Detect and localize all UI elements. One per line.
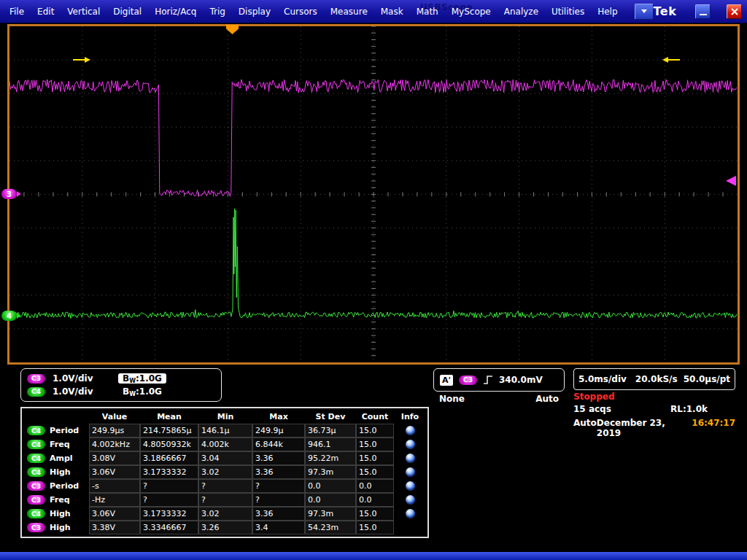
cell-mean: ? bbox=[140, 479, 198, 493]
measurement-row[interactable]: C4Freq4.002kHz4.8050932k4.002k6.844k946.… bbox=[23, 438, 426, 451]
menu-item-utilities[interactable]: Utilities bbox=[545, 3, 591, 20]
cell-min: ? bbox=[198, 493, 252, 507]
menu-item-edit[interactable]: Edit bbox=[31, 3, 61, 20]
measurement-row[interactable]: C4High3.06V3.17333323.023.3697.3m15.0 bbox=[23, 465, 426, 479]
cell-mean: 3.3346667 bbox=[140, 521, 198, 534]
menu-item-display[interactable]: Display bbox=[232, 3, 277, 20]
cell-mean: 3.1866667 bbox=[140, 451, 198, 465]
info-sphere-icon[interactable] bbox=[406, 440, 415, 449]
measurement-row[interactable]: C3High3.38V3.33466673.263.454.23m15.0 bbox=[23, 521, 426, 534]
cell-info[interactable] bbox=[394, 451, 426, 465]
info-sphere-icon[interactable] bbox=[406, 467, 415, 477]
trigger-holdoff-label[interactable]: None bbox=[439, 394, 465, 404]
cell-info[interactable] bbox=[394, 521, 426, 534]
clock-readout: 16:47:17 bbox=[692, 418, 735, 438]
measurement-label: C4Period bbox=[23, 424, 89, 438]
cell-info[interactable] bbox=[394, 438, 426, 451]
trigger-a-badge: A' bbox=[440, 375, 453, 386]
header-spacer bbox=[23, 409, 89, 424]
horizontal-readout-panel[interactable]: 5.0ms/div 20.0kS/s 50.0µs/pt bbox=[573, 368, 735, 390]
info-sphere-icon[interactable] bbox=[406, 495, 415, 505]
cell-info[interactable] bbox=[394, 465, 426, 479]
cell-min: 3.26 bbox=[198, 521, 252, 534]
cell-max: ? bbox=[252, 493, 305, 507]
cell-value: 4.002kHz bbox=[89, 438, 140, 451]
minimize-button[interactable] bbox=[695, 4, 711, 19]
column-header: Info bbox=[394, 409, 426, 424]
measurement-row[interactable]: C4Period249.9µs214.75865µ146.1µ249.9µ36.… bbox=[23, 424, 426, 438]
cell-mean: ? bbox=[140, 493, 198, 507]
channel-4-position-marker[interactable]: 4 bbox=[1, 311, 17, 321]
cell-stdev: 0.0 bbox=[305, 493, 356, 507]
cell-count: 15.0 bbox=[356, 438, 394, 451]
acquisition-count: 15 acqs bbox=[573, 404, 611, 414]
cell-stdev: 54.23m bbox=[305, 521, 356, 534]
menu-item-math[interactable]: Math bbox=[410, 3, 445, 20]
menu-dropdown-button[interactable] bbox=[635, 4, 654, 20]
cell-info[interactable] bbox=[394, 424, 426, 438]
bandwidth-readout[interactable]: BW:1.0G bbox=[118, 386, 166, 397]
menu-item-horiz-acq[interactable]: Horiz/Acq bbox=[148, 3, 203, 20]
channel-3-position-marker[interactable]: 3 bbox=[1, 189, 17, 199]
channel-badge: C3 bbox=[27, 523, 45, 532]
channel-scale-readout[interactable]: 1.0V/div bbox=[53, 373, 99, 384]
waveform-display[interactable] bbox=[7, 24, 740, 365]
measurement-table: ValueMeanMinMaxSt DevCountInfo C4Period2… bbox=[20, 407, 429, 538]
close-button[interactable] bbox=[727, 4, 742, 19]
cell-mean: 3.1733332 bbox=[140, 507, 198, 521]
cell-value: 3.38V bbox=[89, 521, 140, 534]
trigger-source-badge[interactable]: C3 bbox=[459, 376, 477, 385]
measurement-row[interactable]: C3Period-s???0.00.0 bbox=[23, 479, 426, 493]
menu-item-mask[interactable]: Mask bbox=[374, 3, 410, 20]
menu-item-analyze[interactable]: Analyze bbox=[498, 3, 545, 20]
measurement-row[interactable]: C4High3.06V3.17333323.023.3697.3m15.0 bbox=[23, 507, 426, 521]
trigger-level[interactable]: 340.0mV bbox=[499, 375, 543, 385]
measurement-name: High bbox=[50, 467, 71, 477]
menu-item-cursors[interactable]: Cursors bbox=[277, 3, 324, 20]
cell-count: 15.0 bbox=[356, 424, 394, 438]
measurement-label: C3High bbox=[23, 521, 89, 534]
info-sphere-icon[interactable] bbox=[406, 481, 415, 491]
column-header: Max bbox=[252, 409, 305, 424]
info-sphere-icon[interactable] bbox=[406, 509, 415, 518]
info-sphere-icon[interactable] bbox=[406, 426, 415, 435]
channel-badge: C4 bbox=[27, 454, 45, 463]
channel-badge[interactable]: C3 bbox=[27, 374, 45, 384]
cell-mean: 4.8050932k bbox=[140, 438, 198, 451]
measurement-row[interactable]: C3Freq-Hz???0.00.0 bbox=[23, 493, 426, 507]
cell-info[interactable] bbox=[394, 493, 426, 507]
channel-badge[interactable]: C4 bbox=[27, 387, 45, 397]
menu-item-file[interactable]: File bbox=[3, 3, 31, 20]
bandwidth-readout[interactable]: BW:1.0G bbox=[118, 373, 166, 384]
cell-count: 15.0 bbox=[356, 451, 394, 465]
menu-item-digital[interactable]: Digital bbox=[107, 3, 148, 20]
channel-scale-readout[interactable]: 1.0V/div bbox=[53, 386, 99, 397]
measurement-row[interactable]: C4Ampl3.08V3.18666673.043.3695.22m15.0 bbox=[23, 451, 426, 465]
measurement-name: Period bbox=[50, 481, 79, 491]
cell-value: -s bbox=[89, 479, 140, 493]
cell-min: ? bbox=[198, 479, 252, 493]
tek-logo: Tek bbox=[654, 4, 677, 18]
measurement-label: C3Freq bbox=[23, 493, 89, 507]
menu-item-vertical[interactable]: Vertical bbox=[61, 3, 107, 20]
cell-info[interactable] bbox=[394, 507, 426, 521]
menu-item-help[interactable]: Help bbox=[591, 3, 624, 20]
channel-badge: C4 bbox=[27, 509, 45, 518]
cell-stdev: 97.3m bbox=[305, 507, 356, 521]
column-header: Value bbox=[89, 409, 140, 424]
cell-stdev: 95.22m bbox=[305, 451, 356, 465]
resolution-readout: 50.0µs/pt bbox=[684, 374, 730, 384]
cell-min: 3.02 bbox=[198, 507, 252, 521]
menu-item-measure[interactable]: Measure bbox=[324, 3, 374, 20]
cell-info[interactable] bbox=[394, 479, 426, 493]
sample-rate-readout: 20.0kS/s bbox=[635, 374, 678, 384]
measurement-label: C4High bbox=[23, 465, 89, 479]
menu-item-trig[interactable]: Trig bbox=[203, 3, 231, 20]
oscilloscope-screen: USBScope FileEditVerticalDigitalHoriz/Ac… bbox=[0, 0, 747, 560]
cell-stdev: 36.73µ bbox=[305, 424, 356, 438]
measurement-label: C4High bbox=[23, 507, 89, 521]
menu-item-myscope[interactable]: MyScope bbox=[445, 3, 498, 20]
trigger-mode-label[interactable]: Auto bbox=[535, 394, 559, 404]
info-sphere-icon[interactable] bbox=[406, 454, 415, 463]
vertical-readout-panel: C31.0V/divBW:1.0GC41.0V/divBW:1.0G bbox=[20, 368, 222, 402]
